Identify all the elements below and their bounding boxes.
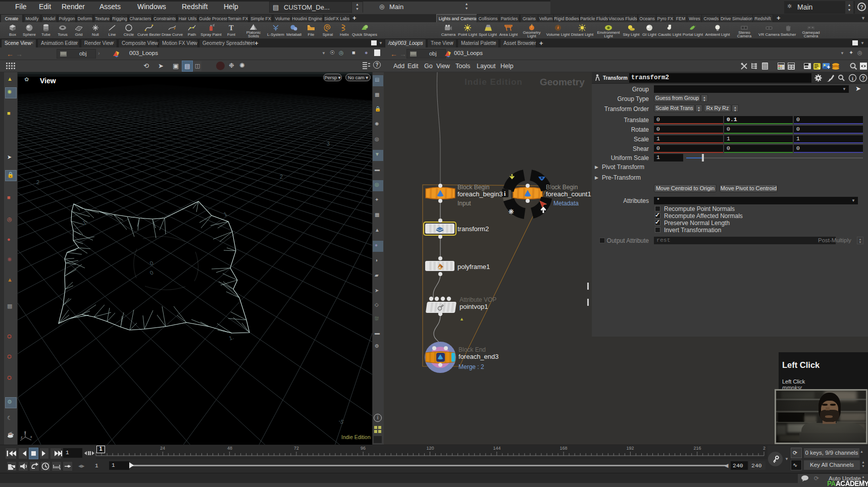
svg-text:144: 144 [493, 446, 500, 451]
svg-text:x: x [30, 435, 32, 439]
svg-text:T: T [229, 24, 234, 32]
svg-text:168: 168 [559, 446, 567, 451]
svg-text:z: z [21, 436, 23, 439]
svg-text:72: 72 [294, 446, 299, 451]
svg-text:192: 192 [626, 446, 634, 451]
svg-text:2: 2 [36, 179, 39, 185]
svg-text:▲: ▲ [459, 316, 464, 321]
svg-text:y: y [24, 430, 26, 435]
svg-text:48: 48 [227, 446, 232, 451]
svg-text:96: 96 [361, 446, 366, 451]
svg-text:3: 3 [327, 141, 330, 147]
svg-text:i: i [852, 76, 853, 81]
svg-text:2: 2 [763, 446, 765, 451]
svg-text:❋: ❋ [508, 208, 514, 215]
svg-text:24: 24 [160, 446, 165, 451]
svg-text:?: ? [862, 76, 865, 81]
svg-text:216: 216 [693, 446, 701, 451]
svg-text:120: 120 [426, 446, 434, 451]
svg-text:2: 2 [280, 174, 283, 180]
